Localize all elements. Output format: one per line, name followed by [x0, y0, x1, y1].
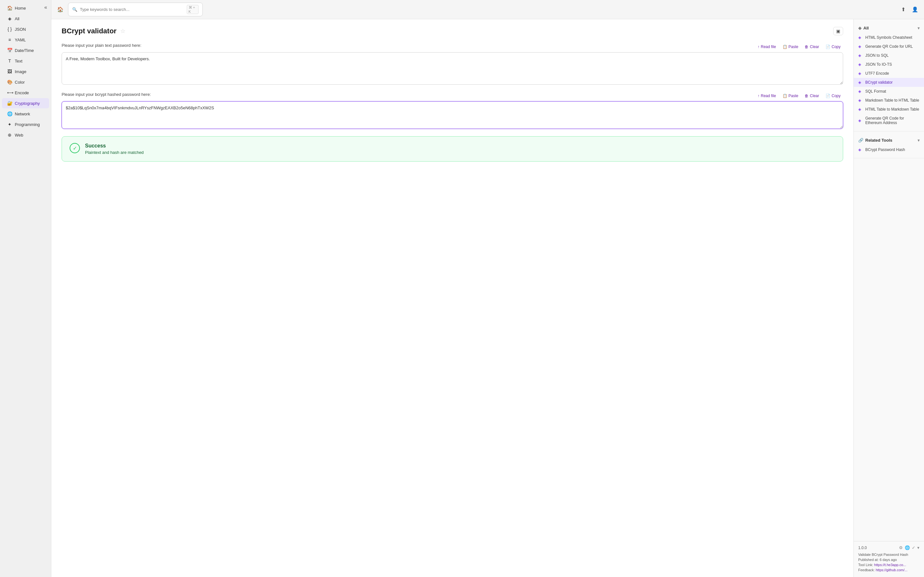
sidebar-item-text[interactable]: TText	[2, 56, 49, 66]
utf7-encode-panel-icon: ◈	[858, 71, 863, 76]
sidebar-item-color[interactable]: 🎨Color	[2, 77, 49, 87]
qr-url-panel-label: Generate QR Code for URL	[865, 44, 913, 49]
home-icon: 🏠	[7, 5, 12, 11]
json-iots-panel-icon: ◈	[858, 62, 863, 67]
all-item-qr-url[interactable]: ◈Generate QR Code for URL	[854, 42, 924, 51]
paste-1-button[interactable]: 📋Paste	[780, 43, 801, 50]
hashed-text-input[interactable]: $2a$10$LqSn0x7ma4bqVIFsnkmdvuJLnRYszFNWg…	[61, 101, 843, 129]
clear-2-icon: 🗑	[804, 93, 809, 98]
cryptography-icon: 🔐	[7, 101, 12, 106]
json-icon: { }	[7, 27, 12, 32]
version-chevron[interactable]: ▾	[917, 545, 919, 550]
version-number: 1.0.0	[858, 546, 867, 550]
color-icon: 🎨	[7, 79, 12, 85]
copy-1-icon: 📄	[825, 45, 830, 49]
all-item-html-symbols[interactable]: ◈HTML Symbols Cheatsheet	[854, 33, 924, 42]
favorite-button[interactable]: ☆	[120, 27, 126, 35]
all-item-qr-ethereum[interactable]: ◈Generate QR Code for Ethereum Address	[854, 114, 924, 127]
related-items-list: ◈BCrypt Password Hash	[854, 145, 924, 154]
layout-toggle-button[interactable]: ▣	[833, 27, 843, 35]
read-file-1-icon: ↑	[758, 45, 759, 49]
copy-2-icon: 📄	[825, 93, 830, 98]
version-icon-2[interactable]: 🌐	[905, 545, 910, 550]
result-box: ✓ Success Plaintext and hash are matched	[61, 136, 843, 161]
sidebar-item-yaml[interactable]: ≡YAML	[2, 35, 49, 45]
all-item-utf7-encode[interactable]: ◈UTF7 Encode	[854, 69, 924, 78]
md-to-html-panel-icon: ◈	[858, 98, 863, 103]
qr-url-panel-icon: ◈	[858, 44, 863, 49]
page-title: BCrypt validator	[61, 27, 116, 35]
result-content: Success Plaintext and hash are matched	[85, 143, 144, 155]
sidebar-item-cryptography[interactable]: 🔐Cryptography	[2, 98, 49, 108]
sidebar-item-json[interactable]: { }JSON	[2, 24, 49, 34]
related-section-icon: 🔗	[858, 138, 863, 143]
version-row: 1.0.0 ⚙ 🌐 ✓ ▾	[858, 545, 919, 550]
copy-2-button[interactable]: 📄Copy	[823, 92, 843, 99]
sidebar-item-encode[interactable]: ⟷Encode	[2, 87, 49, 98]
bcrypt-validator-panel-label: BCrypt validator	[865, 80, 893, 85]
version-icon-1[interactable]: ⚙	[899, 545, 903, 550]
paste-2-button[interactable]: 📋Paste	[780, 92, 801, 99]
sidebar-item-image[interactable]: 🖼Image	[2, 66, 49, 77]
sidebar-item-all[interactable]: ◈All	[2, 13, 49, 24]
input1-buttons: ↑Read file📋Paste🗑Clear📄Copy	[755, 43, 843, 50]
all-item-json-iots[interactable]: ◈JSON To IO-TS	[854, 60, 924, 69]
md-to-html-panel-label: Markdown Table to HTML Table	[865, 98, 919, 103]
sidebar-label-yaml: YAML	[15, 37, 26, 42]
sidebar-item-programming[interactable]: ✦Programming	[2, 119, 49, 129]
sidebar-label-json: JSON	[15, 27, 26, 32]
user-button[interactable]: 👤	[910, 5, 920, 14]
all-item-md-to-html[interactable]: ◈Markdown Table to HTML Table	[854, 96, 924, 105]
json-sql-panel-label: JSON to SQL	[865, 53, 889, 58]
related-section-header[interactable]: 🔗 Related Tools ▾	[854, 135, 924, 145]
tool-link-url[interactable]: https://t.he3app.co...	[874, 563, 906, 567]
sidebar-item-web[interactable]: ⊕Web	[2, 130, 49, 140]
sidebar-label-all: All	[15, 16, 19, 21]
share-button[interactable]: ⬆	[899, 5, 907, 14]
qr-ethereum-panel-icon: ◈	[858, 118, 863, 123]
clear-2-button[interactable]: 🗑Clear	[802, 92, 822, 99]
content-area: BCrypt validator ☆ ▣ Please input your p…	[51, 19, 924, 577]
sidebar-item-home[interactable]: 🏠Home	[2, 3, 49, 13]
plain-text-section: Please input your plain text password he…	[61, 43, 843, 85]
sidebar-label-web: Web	[15, 133, 23, 137]
programming-icon: ✦	[7, 122, 12, 127]
web-icon: ⊕	[7, 132, 12, 137]
sidebar-item-datetime[interactable]: 📅Date/Time	[2, 45, 49, 55]
search-input[interactable]	[80, 7, 184, 12]
datetime-icon: 📅	[7, 48, 12, 53]
right-panel: ◈ All ▾ ◈HTML Symbols Cheatsheet◈Generat…	[853, 19, 924, 577]
plain-text-input[interactable]: A Free, Modern Toolbox, Built for Develo…	[61, 52, 843, 85]
search-icon: 🔍	[72, 7, 78, 12]
sidebar-item-network[interactable]: 🌐Network	[2, 109, 49, 119]
image-icon: 🖼	[7, 69, 12, 74]
all-icon: ◈	[7, 16, 12, 21]
version-icon-3[interactable]: ✓	[912, 545, 915, 550]
input2-label: Please input your bcrypt hashed password…	[61, 92, 151, 97]
version-icons: ⚙ 🌐 ✓ ▾	[899, 545, 919, 550]
read-file-1-button[interactable]: ↑Read file	[755, 43, 779, 50]
all-item-html-to-md[interactable]: ◈HTML Table to Markdown Table	[854, 105, 924, 114]
collapse-sidebar-button[interactable]: «	[44, 5, 47, 10]
home-button[interactable]: 🏠	[55, 5, 65, 14]
input1-label: Please input your plain text password he…	[61, 43, 142, 48]
related-item-bcrypt-hash[interactable]: ◈BCrypt Password Hash	[854, 145, 924, 154]
all-item-sql-format[interactable]: ◈SQL Format	[854, 87, 924, 96]
version-published: Published at: 6 days ago	[858, 558, 919, 562]
topbar: 🏠 🔍 ⌘ + K ⬆ 👤	[51, 0, 924, 19]
related-section-label: Related Tools	[865, 138, 892, 143]
clear-1-button[interactable]: 🗑Clear	[802, 43, 822, 50]
read-file-2-button[interactable]: ↑Read file	[755, 92, 779, 99]
all-section-header[interactable]: ◈ All ▾	[854, 23, 924, 33]
all-item-bcrypt-validator[interactable]: ◈BCrypt validator	[854, 78, 924, 87]
input2-toolbar: Please input your bcrypt hashed password…	[61, 92, 843, 99]
copy-1-button[interactable]: 📄Copy	[823, 43, 843, 50]
all-section: ◈ All ▾ ◈HTML Symbols Cheatsheet◈Generat…	[854, 19, 924, 131]
page-header: BCrypt validator ☆ ▣	[61, 27, 843, 35]
main-panel: BCrypt validator ☆ ▣ Please input your p…	[51, 19, 853, 577]
all-section-chevron: ▾	[918, 26, 919, 31]
text-icon: T	[7, 58, 12, 63]
feedback-link-url[interactable]: https://github.com/...	[876, 568, 907, 572]
all-item-json-sql[interactable]: ◈JSON to SQL	[854, 51, 924, 60]
html-to-md-panel-label: HTML Table to Markdown Table	[865, 107, 919, 111]
